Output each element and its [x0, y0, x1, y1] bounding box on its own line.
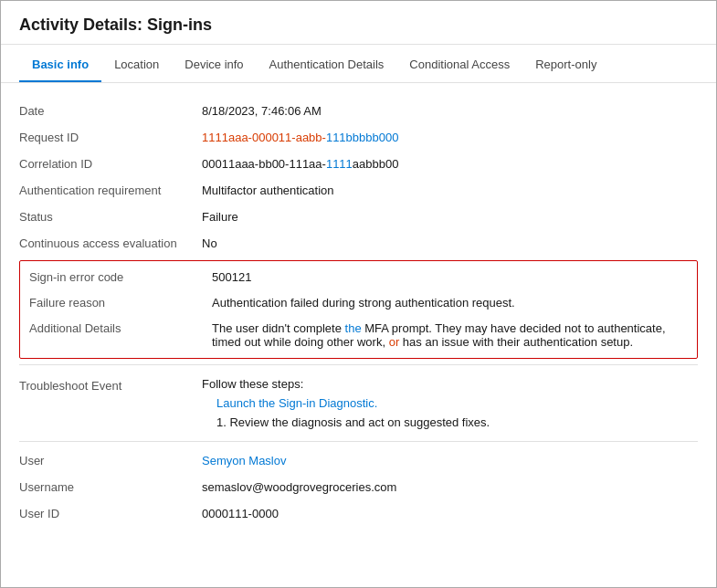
- troubleshoot-label: Troubleshoot Event: [19, 377, 202, 393]
- date-label: Date: [19, 104, 202, 118]
- user-id-value: 0000111-0000: [202, 507, 698, 520]
- follow-steps-text: Follow these steps:: [202, 377, 698, 391]
- page-title: Activity Details: Sign-ins: [19, 16, 698, 35]
- cae-value: No: [202, 236, 698, 250]
- step1-text: 1. Review the diagnosis and act on sugge…: [202, 415, 698, 429]
- status-value: Failure: [202, 210, 698, 224]
- failure-reason-row: Failure reason Authentication failed dur…: [20, 290, 697, 316]
- username-row: Username semaslov@woodgrovegroceries.com: [19, 474, 698, 500]
- additional-details-row: Additional Details The user didn't compl…: [20, 316, 697, 354]
- tab-location[interactable]: Location: [101, 48, 172, 82]
- status-label: Status: [19, 210, 202, 224]
- tab-bar: Basic info Location Device info Authenti…: [1, 48, 716, 83]
- title-bar: Activity Details: Sign-ins: [1, 1, 716, 45]
- user-id-row: User ID 0000111-0000: [19, 500, 698, 527]
- error-code-row: Sign-in error code 500121: [20, 265, 697, 290]
- error-box: Sign-in error code 500121 Failure reason…: [19, 260, 698, 359]
- troubleshoot-row: Troubleshoot Event Follow these steps: L…: [19, 371, 698, 436]
- correlation-id-row: Correlation ID 00011aaa-bb00-111aa-1111a…: [19, 151, 698, 177]
- tab-authentication-details[interactable]: Authentication Details: [257, 48, 397, 82]
- user-value[interactable]: Semyon Maslov: [202, 454, 698, 467]
- correlation-id-label: Correlation ID: [19, 157, 202, 171]
- divider-1: [19, 364, 698, 365]
- error-code-value: 500121: [212, 270, 688, 284]
- date-row: Date 8/18/2023, 7:46:06 AM: [19, 98, 698, 124]
- tab-basic-info[interactable]: Basic info: [19, 48, 101, 82]
- date-value: 8/18/2023, 7:46:06 AM: [202, 104, 698, 118]
- user-id-label: User ID: [19, 507, 202, 520]
- auth-req-row: Authentication requirement Multifactor a…: [19, 177, 698, 204]
- troubleshoot-content: Follow these steps: Launch the Sign-in D…: [202, 377, 698, 429]
- auth-req-value: Multifactor authentication: [202, 184, 698, 197]
- status-row: Status Failure: [19, 204, 698, 230]
- request-id-row: Request ID 1111aaa-000011-aabb-111bbbbb0…: [19, 124, 698, 151]
- user-row: User Semyon Maslov: [19, 447, 698, 474]
- activity-details-window: Activity Details: Sign-ins Basic info Lo…: [0, 0, 717, 588]
- request-id-value[interactable]: 1111aaa-000011-aabb-111bbbbb000: [202, 131, 698, 144]
- tab-device-info[interactable]: Device info: [172, 48, 256, 82]
- additional-details-label: Additional Details: [29, 321, 212, 335]
- correlation-id-value: 00011aaa-bb00-111aa-1111aabbb00: [202, 157, 698, 171]
- auth-req-label: Authentication requirement: [19, 184, 202, 197]
- request-id-label: Request ID: [19, 131, 202, 144]
- username-label: Username: [19, 480, 202, 494]
- user-label: User: [19, 454, 202, 467]
- tab-conditional-access[interactable]: Conditional Access: [396, 48, 522, 82]
- failure-reason-value: Authentication failed during strong auth…: [212, 296, 688, 310]
- divider-2: [19, 441, 698, 442]
- error-code-label: Sign-in error code: [29, 270, 212, 284]
- launch-diagnostic-link[interactable]: Launch the Sign-in Diagnostic.: [202, 396, 698, 410]
- tab-report-only[interactable]: Report-only: [522, 48, 609, 82]
- additional-details-value: The user didn't complete the MFA prompt.…: [212, 321, 688, 349]
- cae-label: Continuous access evaluation: [19, 236, 202, 250]
- username-value: semaslov@woodgrovegroceries.com: [202, 480, 698, 494]
- failure-reason-label: Failure reason: [29, 296, 212, 310]
- content-area: Date 8/18/2023, 7:46:06 AM Request ID 11…: [1, 83, 716, 541]
- cae-row: Continuous access evaluation No: [19, 230, 698, 257]
